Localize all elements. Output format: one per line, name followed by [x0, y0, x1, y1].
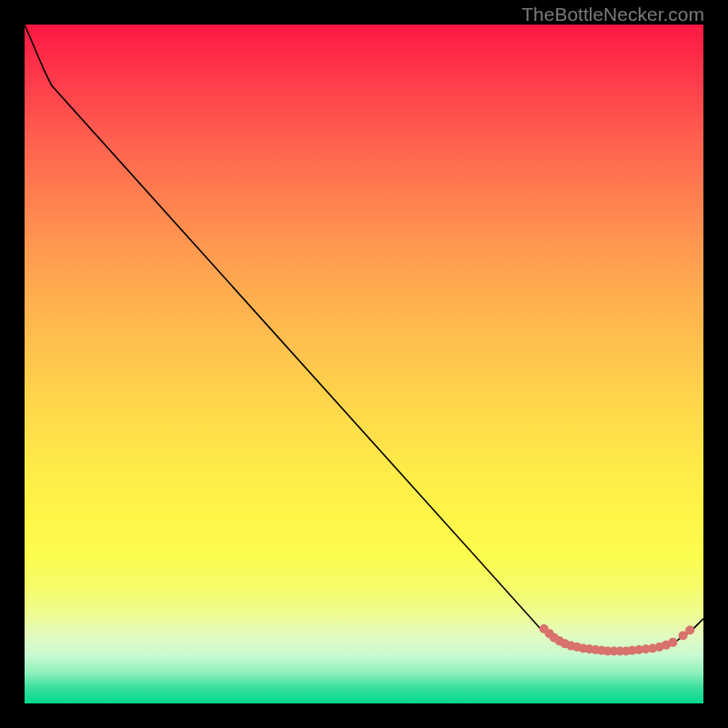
chart-svg [25, 25, 703, 703]
watermark-text: TheBottleNecker.com [521, 4, 704, 25]
data-point [685, 625, 694, 634]
data-point [668, 638, 677, 647]
bottleneck-curve [25, 25, 703, 652]
